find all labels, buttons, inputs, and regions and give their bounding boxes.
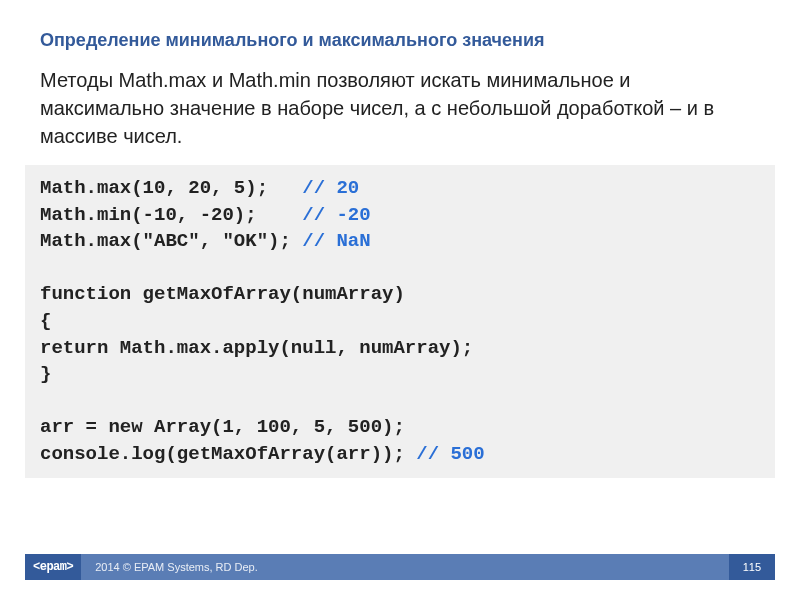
code-line: Math.max(10, 20, 5); (40, 177, 302, 199)
slide-body-text: Методы Math.max и Math.min позволяют иск… (0, 66, 800, 165)
code-line: arr = new Array(1, 100, 5, 500); (40, 416, 405, 438)
slide-title: Определение минимального и максимального… (0, 0, 800, 66)
code-block: Math.max(10, 20, 5); // 20 Math.min(-10,… (25, 165, 775, 478)
code-comment: // 500 (416, 443, 484, 465)
code-line: return Math.max.apply(null, numArray); (40, 337, 473, 359)
code-line: Math.min(-10, -20); (40, 204, 302, 226)
slide-footer: <epam> 2014 © EPAM Systems, RD Dep. 115 (25, 554, 775, 580)
code-line: function getMaxOfArray(numArray) (40, 283, 405, 305)
code-line: Math.max("ABC", "OK"); (40, 230, 302, 252)
code-comment: // NaN (302, 230, 370, 252)
code-line: } (40, 363, 51, 385)
footer-logo-box: <epam> (25, 554, 81, 580)
code-line: { (40, 310, 51, 332)
code-comment: // 20 (302, 177, 359, 199)
footer-copyright: 2014 © EPAM Systems, RD Dep. (81, 561, 728, 573)
code-line: console.log(getMaxOfArray(arr)); (40, 443, 416, 465)
epam-logo: <epam> (33, 560, 73, 574)
code-comment: // -20 (302, 204, 370, 226)
footer-page-number: 115 (729, 554, 775, 580)
